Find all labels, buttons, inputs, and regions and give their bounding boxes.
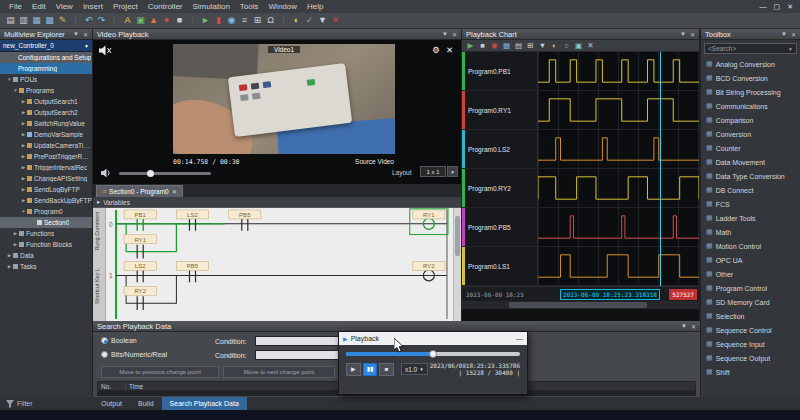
toolbar-icon[interactable]: ► (199, 13, 212, 28)
toolbox-category[interactable]: ▦ Ladder Tools (701, 211, 800, 225)
popup-title-bar[interactable]: ▶ Playback — (339, 332, 527, 345)
toolbar-icon[interactable]: ▲ (147, 13, 160, 28)
toolbar-icon[interactable]: ▼ (316, 13, 329, 28)
play-button[interactable]: ▶ (346, 363, 361, 376)
toolbar-icon[interactable]: ◐ (290, 13, 303, 28)
filter-control[interactable]: Filter (0, 400, 93, 408)
tree-expander-icon[interactable]: ▶ (12, 242, 19, 247)
tree-item[interactable]: ▶ TriggerIntervalRec (0, 162, 92, 173)
layout-dropdown-icon[interactable]: ▼ (447, 166, 458, 177)
toolbar-icon[interactable]: Ω (264, 13, 277, 28)
toolbox-category[interactable]: ▦ DB Connect (701, 183, 800, 197)
signal-waveform[interactable] (538, 52, 699, 90)
toolbar-icon[interactable]: ✎ (56, 13, 69, 28)
move-previous-button[interactable]: Move to previous change point (101, 366, 219, 378)
chart-toolbar-icon[interactable]: ✕ (585, 41, 596, 50)
toolbar-icon[interactable]: ↶ (82, 13, 95, 28)
pause-button[interactable]: ▮▮ (363, 363, 378, 376)
panel-collapse-icon[interactable]: ▼ (681, 323, 687, 330)
toolbox-category[interactable]: ▦ Program Control (701, 281, 800, 295)
tree-item[interactable]: ▼ Programs (0, 85, 92, 96)
playback-slider[interactable] (346, 350, 520, 358)
panel-collapse-icon[interactable]: ▼ (442, 31, 448, 38)
signal-label[interactable]: Program0.LS1 (462, 247, 538, 285)
tree-item[interactable]: ▶ OutputSearch1 (0, 96, 92, 107)
device-selector[interactable]: new_Controller_0 ▼ (0, 40, 92, 52)
signal-label[interactable]: Program0.RY1 (462, 91, 538, 129)
panel-collapse-icon[interactable]: ▼ (680, 31, 686, 38)
toolbar-icon[interactable]: ✕ (329, 13, 342, 28)
toolbox-category[interactable]: ▦ Math (701, 225, 800, 239)
toolbox-category[interactable]: ▦ FCS (701, 197, 800, 211)
signal-label[interactable]: Program0.PB5 (462, 208, 538, 246)
tree-expander-icon[interactable]: ▶ (20, 143, 27, 148)
tree-item[interactable]: ▶ PrePostTriggerRecor (0, 151, 92, 162)
column-no[interactable]: No. (98, 382, 126, 390)
tree-expander-icon[interactable]: ▶ (20, 110, 27, 115)
tree-item[interactable]: Configurations and Setup (0, 52, 92, 63)
toolbar-icon[interactable]: | (277, 13, 290, 28)
toolbox-category[interactable]: ▦ OPC UA (701, 253, 800, 267)
tree-item[interactable]: Section0 (0, 217, 92, 228)
menu-item[interactable]: Tools (235, 2, 264, 11)
toolbar-icon[interactable]: | (108, 13, 121, 28)
radio-unselected-icon[interactable] (101, 351, 108, 358)
video-frame[interactable]: Video1 (173, 44, 395, 154)
chart-toolbar-icon[interactable]: ▼ (537, 41, 548, 50)
tree-item[interactable]: ▼ Program0 (0, 206, 92, 217)
menu-item[interactable]: Project (108, 2, 143, 11)
status-tab[interactable]: Output (93, 397, 130, 410)
signal-waveform[interactable] (538, 247, 699, 285)
panel-close-icon[interactable]: ✕ (691, 323, 696, 330)
chart-toolbar-icon[interactable]: ▣ (573, 41, 584, 50)
menu-item[interactable]: File (4, 2, 27, 11)
chart-toolbar-icon[interactable]: ◐ (549, 41, 560, 50)
toolbox-category[interactable]: ▦ Bit String Processing (701, 85, 800, 99)
restore-icon[interactable]: ▢ (774, 3, 781, 11)
tree-item[interactable]: ▶ Functions (0, 228, 92, 239)
tree-item[interactable]: ▶ UpdateCameraTime (0, 140, 92, 151)
menu-item[interactable]: Insert (78, 2, 108, 11)
slider-handle[interactable] (429, 350, 437, 358)
panel-close-icon[interactable]: ✕ (452, 31, 457, 38)
tree-item[interactable]: ▶ DemoVarSample (0, 129, 92, 140)
toolbox-category[interactable]: ▦ Comparison (701, 113, 800, 127)
toolbar-icon[interactable]: ≡ (238, 13, 251, 28)
popup-minimize-icon[interactable]: — (516, 335, 523, 342)
tree-item[interactable]: ▶ ChangeAPISetting (0, 173, 92, 184)
toolbar-icon[interactable]: ▮ (212, 13, 225, 28)
status-tab[interactable]: Build (130, 397, 162, 410)
toolbar-icon[interactable]: ↷ (95, 13, 108, 28)
signal-label[interactable]: Program0.PB1 (462, 52, 538, 90)
toolbox-category[interactable]: ▦ Data Movement (701, 155, 800, 169)
toolbar-icon[interactable]: ⊞ (251, 13, 264, 28)
toolbox-category[interactable]: ▦ Sequence Output (701, 351, 800, 365)
tree-item[interactable]: ▶ SwitchRungValue (0, 118, 92, 129)
editor-tab[interactable]: ≡ Section0 - Program0 ✕ (96, 185, 183, 197)
stop-button[interactable]: ■ (379, 363, 394, 376)
signal-waveform[interactable] (538, 169, 699, 207)
chart-toolbar-icon[interactable]: ▤ (513, 41, 524, 50)
chart-toolbar-icon[interactable]: ▦ (501, 41, 512, 50)
tree-item[interactable]: ▶ OutputSearch2 (0, 107, 92, 118)
toolbox-category[interactable]: ▦ Communications (701, 99, 800, 113)
menu-item[interactable]: Help (302, 2, 328, 11)
toolbar-icon[interactable]: ◉ (225, 13, 238, 28)
variables-expander-icon[interactable]: ▸ (97, 198, 100, 206)
menu-item[interactable]: Window (264, 2, 302, 11)
toolbar-icon[interactable]: ▩ (43, 13, 56, 28)
panel-close-icon[interactable]: ✕ (690, 31, 695, 38)
panel-close-icon[interactable]: ✕ (791, 31, 796, 38)
speed-select[interactable]: x1.0 ▼ (401, 363, 428, 375)
tree-expander-icon[interactable]: ▶ (12, 231, 19, 236)
tree-expander-icon[interactable]: ▶ (20, 187, 27, 192)
toolbar-icon[interactable]: ▤ (4, 13, 17, 28)
menu-item[interactable]: Edit (27, 2, 51, 11)
toolbox-category[interactable]: ▦ Sequence Input (701, 337, 800, 351)
tree-expander-icon[interactable]: ▶ (20, 132, 27, 137)
signal-waveform[interactable] (538, 130, 699, 168)
toolbox-category[interactable]: ▦ BCD Conversion (701, 71, 800, 85)
radio-selected-icon[interactable] (101, 337, 108, 344)
chart-toolbar-icon[interactable]: ■ (477, 41, 488, 50)
tree-item[interactable]: ▶ Function Blocks (0, 239, 92, 250)
